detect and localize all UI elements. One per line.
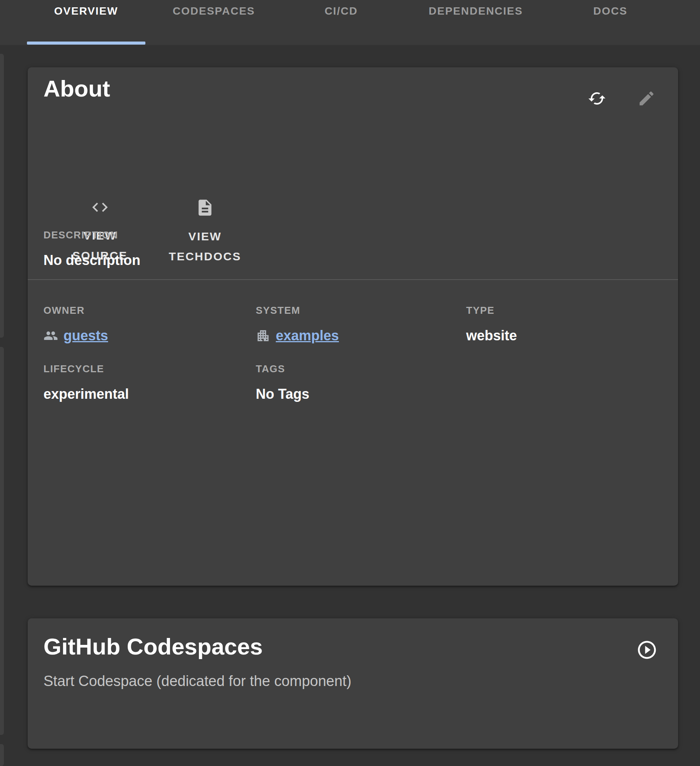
field-tags: TAGS No Tags bbox=[256, 363, 309, 402]
start-codespace-button[interactable] bbox=[636, 639, 658, 661]
entity-tab-bar: OVERVIEW CODESPACES CI/CD DEPENDENCIES D… bbox=[0, 0, 700, 45]
apartment-icon bbox=[256, 328, 270, 343]
tab-codespaces[interactable]: CODESPACES bbox=[173, 5, 255, 17]
tab-dependencies[interactable]: DEPENDENCIES bbox=[429, 5, 523, 17]
type-value: website bbox=[466, 327, 517, 344]
description-value: No description bbox=[43, 252, 140, 268]
tab-cicd[interactable]: CI/CD bbox=[325, 5, 358, 17]
cropped-left-card bbox=[0, 347, 4, 735]
edit-metadata-button[interactable] bbox=[637, 89, 656, 108]
field-lifecycle: LIFECYCLE experimental bbox=[43, 363, 129, 402]
tab-overview[interactable]: OVERVIEW bbox=[54, 5, 118, 17]
tags-label: TAGS bbox=[256, 363, 309, 375]
about-card-title: About bbox=[43, 77, 110, 100]
field-owner: OWNER guests bbox=[43, 305, 108, 344]
type-label: TYPE bbox=[466, 305, 517, 316]
tab-docs[interactable]: DOCS bbox=[593, 5, 628, 17]
system-label: SYSTEM bbox=[256, 305, 339, 316]
about-card-divider bbox=[28, 279, 678, 280]
tags-value: No Tags bbox=[256, 386, 309, 402]
codespaces-card-subtitle: Start Codespace (dedicated for the compo… bbox=[43, 672, 352, 691]
owner-label: OWNER bbox=[43, 305, 108, 316]
lifecycle-value: experimental bbox=[43, 386, 129, 402]
view-techdocs-button[interactable]: VIEW TECHDOCS bbox=[157, 198, 253, 266]
system-link[interactable]: examples bbox=[276, 327, 339, 344]
description-label: DESCRIPTION bbox=[43, 229, 140, 241]
group-icon bbox=[43, 328, 58, 343]
view-techdocs-label: VIEW TECHDOCS bbox=[169, 226, 241, 266]
codespaces-card-title: GitHub Codespaces bbox=[43, 635, 263, 658]
refresh-entity-button[interactable] bbox=[588, 89, 606, 108]
field-type: TYPE website bbox=[466, 305, 517, 344]
lifecycle-label: LIFECYCLE bbox=[43, 363, 129, 375]
about-card-actions bbox=[588, 89, 656, 108]
field-description: DESCRIPTION No description bbox=[43, 229, 140, 268]
active-tab-indicator bbox=[27, 42, 145, 45]
play-circle-icon bbox=[636, 639, 658, 661]
field-system: SYSTEM examples bbox=[256, 305, 339, 344]
about-card: About VIEW SOURCE VIEW TECHDOCS bbox=[28, 67, 678, 586]
document-icon bbox=[195, 198, 215, 217]
owner-link[interactable]: guests bbox=[63, 327, 108, 344]
refresh-icon bbox=[588, 89, 606, 108]
cropped-left-card bbox=[0, 744, 4, 766]
cropped-left-card bbox=[0, 54, 4, 338]
code-icon bbox=[91, 198, 109, 216]
github-codespaces-card: GitHub Codespaces Start Codespace (dedic… bbox=[28, 618, 678, 749]
edit-icon bbox=[637, 89, 656, 108]
